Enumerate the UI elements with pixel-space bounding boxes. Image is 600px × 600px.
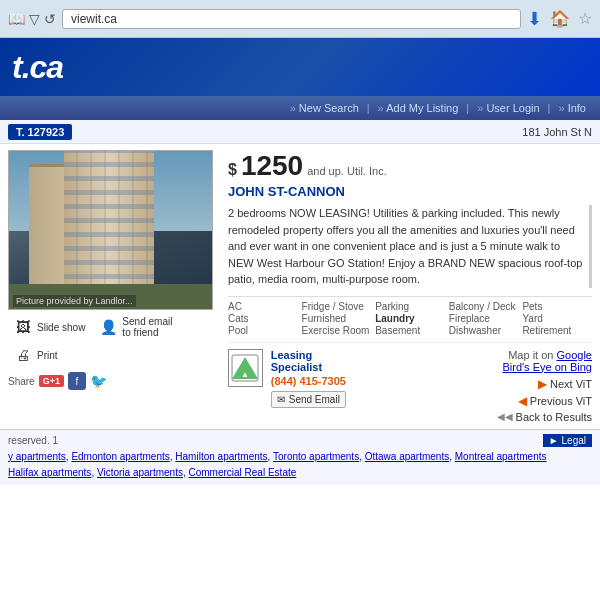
bottom-section: ▲ Leasing Specialist (844) 415-7305 ✉ Se… [228, 342, 592, 423]
prev-label: Previous ViT [530, 395, 592, 407]
amenity-pool: Pool [228, 325, 298, 336]
left-col: Picture provided by Landlor... 🖼 Slide s… [8, 150, 218, 423]
next-vit-btn[interactable]: ▶ Next ViT [538, 377, 592, 391]
footer: reserved. 1 ► Legal y apartments, Edmont… [0, 429, 600, 485]
map-col: Map it on Google Bird's Eye on Bing ▶ Ne… [366, 349, 592, 423]
amenity-ac: AC [228, 301, 298, 312]
svg-text:▲: ▲ [241, 370, 249, 379]
footer-links: y apartments, Edmonton apartments, Hamil… [8, 449, 592, 481]
amenity-dishwasher: Dishwasher [449, 325, 519, 336]
print-label: Print [37, 350, 58, 361]
property-name: JOHN ST-CANNON [228, 184, 592, 199]
map-label: Map it on [508, 349, 553, 361]
footer-link-halifax[interactable]: Halifax apartments [8, 467, 91, 478]
url-text: viewit.ca [71, 12, 117, 26]
slideshow-icon: 🖼 [12, 318, 34, 336]
amenity-furnished: Furnished [302, 313, 372, 324]
nav-sep-2: | [466, 100, 469, 116]
amenity-pets: Pets [522, 301, 592, 312]
slideshow-label: Slide show [37, 322, 85, 333]
price-note: and up. Util. Inc. [307, 165, 387, 177]
next-prev: ▶ Next ViT ◀ Previous ViT ◀◀ Back to Res… [366, 377, 592, 423]
send-email-icon: 👤 [97, 318, 119, 336]
legal-link[interactable]: ► Legal [543, 434, 592, 447]
print-icon: 🖨 [12, 346, 34, 364]
amenity-laundry: Laundry [375, 313, 445, 324]
next-arrow-icon: ▶ [538, 377, 547, 391]
send-email-label: Send email to friend [122, 316, 172, 338]
facebook-btn[interactable]: f [68, 372, 86, 390]
green-cert-icon: ▲ [228, 349, 263, 387]
leasing-phone[interactable]: (844) 415-7305 [271, 375, 358, 387]
twitter-btn[interactable]: 🐦 [90, 373, 107, 389]
send-email-friend-btn[interactable]: 👤 Send email to friend [93, 314, 176, 340]
building-main-windows [64, 150, 154, 284]
footer-link-edmonton[interactable]: Edmonton apartments [71, 451, 169, 462]
amenity-balcony: Balcony / Deck [449, 301, 519, 312]
right-col: $ 1250 and up. Util. Inc. JOHN ST-CANNON… [228, 150, 592, 423]
back-label: Back to Results [516, 411, 592, 423]
image-actions: 🖼 Slide show 👤 Send email to friend 🖨 Pr… [8, 310, 218, 370]
back-results-btn[interactable]: ◀◀ Back to Results [497, 411, 592, 423]
footer-link-toronto[interactable]: Toronto apartments [273, 451, 359, 462]
address-bar[interactable]: viewit.ca [62, 9, 521, 29]
back-arrow-icon: ◀◀ [497, 411, 513, 422]
nav-new-search[interactable]: New Search [284, 100, 365, 116]
nav-sep-1: | [367, 100, 370, 116]
leasing-col: ▲ Leasing Specialist (844) 415-7305 ✉ Se… [228, 349, 358, 423]
amenity-fridge: Fridge / Stove [302, 301, 372, 312]
footer-link-montreal[interactable]: Montreal apartments [455, 451, 547, 462]
listing-address-top: 181 John St N [522, 126, 592, 138]
nav-info[interactable]: Info [552, 100, 592, 116]
send-email-text: Send Email [289, 394, 340, 405]
nav-user-login[interactable]: User Login [471, 100, 545, 116]
legal-text: ► Legal [549, 435, 586, 446]
amenity-fireplace: Fireplace [449, 313, 519, 324]
send-email-btn[interactable]: ✉ Send Email [271, 391, 346, 408]
browser-icons: 📖 ▽ ↺ [8, 11, 56, 27]
listing-id: T. 127923 [8, 124, 72, 140]
amenity-retirement: Retirement [522, 325, 592, 336]
leasing-title: Leasing Specialist [271, 349, 358, 373]
share-label: Share [8, 376, 35, 387]
prev-arrow-icon: ◀ [518, 394, 527, 408]
footer-link-hamilton[interactable]: Hamilton apartments [175, 451, 267, 462]
home-icon[interactable]: 🏠 [550, 9, 570, 28]
footer-link-commercial[interactable]: Commercial Real Estate [188, 467, 296, 478]
nav-icons: ⬇ 🏠 ☆ [527, 8, 592, 30]
dropdown-icon[interactable]: ▽ [29, 11, 40, 27]
share-row: Share G+1 f 🐦 [8, 370, 218, 392]
footer-reserved-row: reserved. 1 ► Legal [8, 434, 592, 447]
amenity-parking: Parking [375, 301, 445, 312]
star-icon[interactable]: ☆ [578, 9, 592, 28]
refresh-icon[interactable]: ↺ [44, 11, 56, 27]
nav-add-listing[interactable]: Add My Listing [372, 100, 465, 116]
price-row: $ 1250 and up. Util. Inc. [228, 150, 592, 182]
reader-icon[interactable]: 📖 [8, 11, 25, 27]
content-area: Picture provided by Landlor... 🖼 Slide s… [0, 144, 600, 429]
footer-link-ottawa[interactable]: Ottawa apartments [365, 451, 449, 462]
next-label: Next ViT [550, 378, 592, 390]
main-content: T. 127923 181 John St N Picture provided… [0, 120, 600, 429]
map-links: Map it on Google Bird's Eye on Bing [366, 349, 592, 373]
download-icon[interactable]: ⬇ [527, 8, 542, 30]
bing-label[interactable]: Bird's Eye on Bing [502, 361, 592, 373]
google-plus-btn[interactable]: G+1 [39, 375, 64, 387]
leasing-info: Leasing Specialist (844) 415-7305 ✉ Send… [271, 349, 358, 408]
footer-link-victoria[interactable]: Victoria apartments [97, 467, 183, 478]
footer-link-y[interactable]: y apartments [8, 451, 66, 462]
prev-vit-btn[interactable]: ◀ Previous ViT [518, 394, 592, 408]
property-image: Picture provided by Landlor... [8, 150, 213, 310]
site-header: t.ca [0, 38, 600, 96]
nav-bar: New Search | Add My Listing | User Login… [0, 96, 600, 120]
google-map-link[interactable]: Google [557, 349, 592, 361]
amenity-exercise: Exercise Room [302, 325, 372, 336]
image-credit: Picture provided by Landlor... [13, 295, 136, 307]
description: 2 bedrooms NOW LEASING! Utilities & park… [228, 205, 592, 288]
amenity-yard: Yard [522, 313, 592, 324]
slideshow-btn[interactable]: 🖼 Slide show [8, 316, 89, 338]
dollar-sign: $ [228, 161, 237, 179]
amenity-cats: Cats [228, 313, 298, 324]
print-btn[interactable]: 🖨 Print [8, 344, 62, 366]
site-logo: t.ca [12, 49, 63, 86]
